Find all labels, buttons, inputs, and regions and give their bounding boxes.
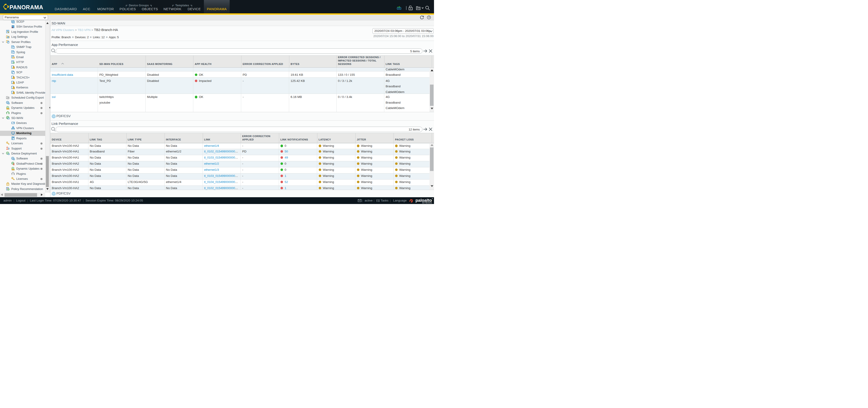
svg-text:?: ? xyxy=(428,16,430,19)
